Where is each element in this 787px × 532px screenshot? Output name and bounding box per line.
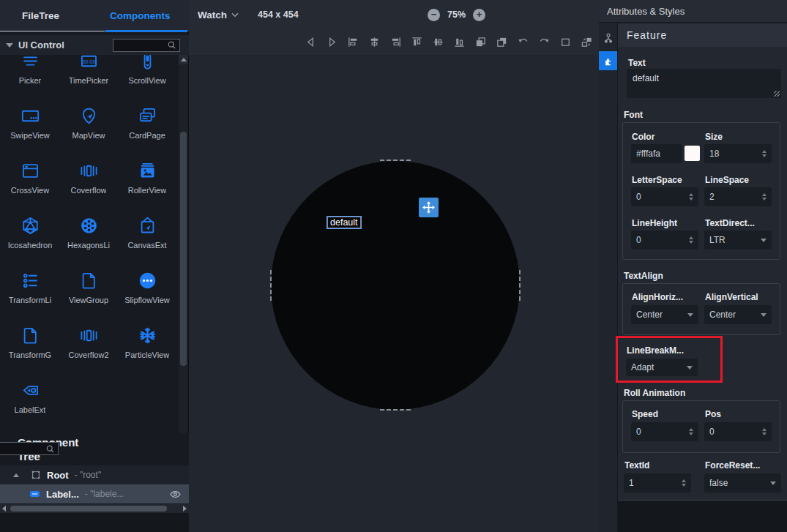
text-value-textarea[interactable]: default [627, 69, 781, 98]
canvas-header: Watch 454 x 454 − 75% + [189, 0, 599, 29]
textdirection-label: TextDirect... [705, 218, 755, 228]
zoom-level: 75% [447, 10, 466, 20]
next-icon[interactable] [326, 36, 338, 48]
align-top-icon[interactable] [411, 36, 423, 48]
scroll-right-button[interactable] [183, 506, 187, 512]
hierarchy-icon [603, 32, 614, 45]
tree-search-input[interactable] [0, 442, 59, 455]
bring-forward-icon[interactable] [474, 36, 487, 48]
linebreakmode-dropdown[interactable]: Adapt [626, 359, 698, 376]
linespace-label: LineSpace [705, 175, 749, 185]
lineheight-label: LineHeight [632, 218, 677, 228]
lineheight-input[interactable]: 0 [631, 231, 698, 250]
design-canvas[interactable]: default [189, 55, 599, 532]
slipflowview-icon [138, 271, 157, 291]
zoom-out-button[interactable]: − [428, 9, 440, 21]
tab-structure[interactable] [599, 29, 617, 48]
selection-tick-top [380, 160, 411, 161]
component-item-icosahedron[interactable]: Icosahedron [1, 209, 59, 263]
textdirection-dropdown[interactable]: LTR [704, 231, 772, 250]
component-item-labelext[interactable]: LabelExt [1, 373, 59, 428]
scroll-left-button[interactable] [2, 506, 6, 512]
textid-input[interactable]: 1 [624, 473, 691, 492]
watch-label: Watch [198, 10, 227, 20]
component-item-transformg[interactable]: TransformG [1, 318, 59, 373]
component-item-hexagonsli[interactable]: HexagonsLi [59, 209, 118, 263]
tab-filetree[interactable]: FileTree [22, 0, 59, 32]
component-tree-header[interactable]: Component Tree [0, 433, 189, 465]
component-item-viewgroup[interactable]: ViewGroup [59, 263, 118, 318]
ui-control-search-input[interactable] [113, 39, 180, 52]
linespace-input[interactable]: 2 [704, 187, 772, 206]
canvas-circle-shape[interactable] [271, 161, 520, 410]
component-item-canvasext[interactable]: CanvasExt [118, 209, 176, 263]
tree-row-root[interactable]: Root - "root" [0, 465, 189, 484]
label-node-icon [29, 490, 40, 498]
expand-triangle-icon[interactable] [13, 473, 19, 477]
font-color-swatch[interactable] [685, 146, 700, 161]
eye-visibility-icon[interactable] [169, 490, 182, 499]
icosahedron-icon [20, 216, 40, 236]
vertical-scroll-thumb[interactable] [180, 132, 187, 366]
scroll-up-button[interactable] [179, 55, 188, 64]
component-item-particleview[interactable]: ParticleView [118, 318, 176, 373]
component-palette: Picker 00:00 TimePicker ScrollView Swipe… [1, 44, 177, 430]
align-left-icon[interactable] [347, 36, 359, 48]
forcereset-dropdown[interactable]: false [704, 473, 781, 492]
alignhorizontal-dropdown[interactable]: Center [631, 305, 698, 324]
component-item-rollerview[interactable]: RollerView [118, 154, 176, 209]
coverflow-icon [79, 161, 99, 181]
redo-icon[interactable] [538, 36, 551, 48]
component-item-mapview[interactable]: MapView [59, 99, 118, 154]
letterspace-input[interactable]: 0 [631, 187, 698, 206]
previous-icon[interactable] [305, 36, 317, 48]
selection-frame-icon[interactable] [559, 36, 572, 48]
pos-label: Pos [705, 409, 721, 419]
palette-vertical-scrollbar[interactable] [179, 55, 188, 454]
textid-label: TextId [624, 460, 649, 471]
alignvertical-dropdown[interactable]: Center [704, 305, 772, 324]
zoom-controls: − 75% + [428, 0, 485, 29]
coverflow2-icon [79, 326, 99, 345]
feature-section-title: Feature [618, 24, 787, 47]
zoom-in-button[interactable]: + [473, 9, 485, 21]
tab-feature-attributes[interactable] [599, 51, 617, 70]
font-size-input[interactable]: 18 [704, 144, 772, 163]
tree-row-label-selected[interactable]: Label... - "labele... [0, 484, 189, 503]
viewgroup-icon [79, 271, 99, 291]
component-item-cardpage[interactable]: CardPage [118, 99, 176, 154]
undo-icon[interactable] [517, 36, 529, 48]
watch-dropdown[interactable]: Watch [198, 0, 239, 29]
component-item-swipeview[interactable]: SwipeView [1, 99, 59, 154]
ui-control-header[interactable]: UI Control [0, 35, 189, 55]
root-node-icon [31, 470, 41, 480]
component-item-coverflow2[interactable]: Coverflow2 [59, 318, 118, 373]
align-middle-vertical-icon[interactable] [432, 36, 444, 48]
left-panel: Picker 00:00 TimePicker ScrollView Swipe… [0, 32, 189, 532]
move-handle[interactable] [419, 198, 439, 217]
align-center-horizontal-icon[interactable] [368, 36, 381, 48]
component-item-transformli[interactable]: TransformLi [1, 263, 59, 318]
move-arrows-icon [422, 201, 436, 214]
speed-label: Speed [632, 409, 658, 419]
pos-input[interactable]: 0 [704, 422, 772, 441]
tree-horizontal-scrollbar[interactable] [0, 504, 189, 513]
tabbar-divider [0, 31, 105, 31]
align-bottom-icon[interactable] [453, 36, 466, 48]
collapse-triangle-icon[interactable] [6, 43, 13, 48]
speed-input[interactable]: 0 [631, 422, 698, 441]
component-item-slipflowview[interactable]: SlipflowView [118, 263, 176, 318]
text-label: Text [628, 58, 646, 68]
swap-layers-icon[interactable] [581, 36, 593, 48]
horizontal-scroll-thumb[interactable] [10, 506, 167, 512]
component-item-coverflow[interactable]: Coverflow [59, 154, 118, 209]
selected-text-element[interactable]: default [327, 216, 362, 229]
right-panel-bottom-filler [618, 501, 787, 532]
component-item-crossview[interactable]: CrossView [1, 154, 59, 209]
align-right-icon[interactable] [389, 36, 402, 48]
send-backward-icon[interactable] [496, 36, 508, 48]
tab-components[interactable]: Components [110, 0, 171, 32]
font-color-input[interactable]: #fffafa [631, 144, 682, 163]
letterspace-label: LetterSpace [632, 175, 682, 185]
selection-tick-right [519, 270, 521, 301]
